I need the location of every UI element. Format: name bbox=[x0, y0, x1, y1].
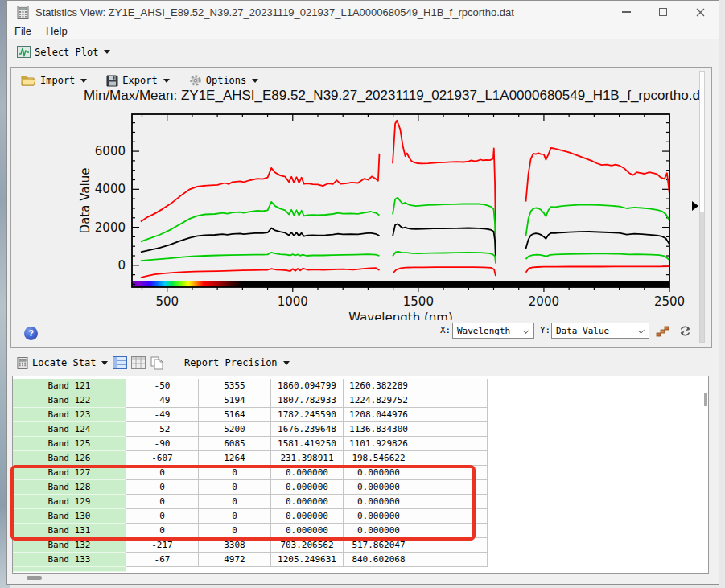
highlight-annotation-zero-bands bbox=[10, 465, 476, 541]
table-blue-icon bbox=[113, 356, 127, 369]
table-row[interactable]: Band 124 -52 5200 1676.239648 1136.83430… bbox=[13, 422, 708, 437]
report-precision-label: Report Precision bbox=[184, 357, 278, 368]
table-toolbar: Locate Stat bbox=[10, 352, 712, 374]
stairs-stretch-icon[interactable] bbox=[656, 323, 670, 338]
table-row[interactable]: Band 121 -50 5355 1860.094799 1260.38228… bbox=[13, 379, 708, 393]
table-row[interactable]: Band 122 -49 5194 1807.782933 1224.82975… bbox=[13, 393, 708, 408]
table-view-all-button[interactable] bbox=[130, 356, 146, 371]
x-tick-label: 2500 bbox=[654, 294, 685, 309]
plot-side-scrollbar[interactable] bbox=[699, 71, 705, 343]
table-row[interactable]: Band 125 -90 6085 1581.419250 1101.92982… bbox=[13, 437, 708, 451]
menu-file[interactable]: File bbox=[7, 23, 39, 39]
copy-button[interactable] bbox=[149, 356, 164, 371]
select-plot-row: Select Plot bbox=[7, 43, 719, 65]
locate-stat-label: Locate Stat bbox=[32, 357, 96, 368]
table-gray-icon bbox=[131, 356, 146, 369]
select-plot-label: Select Plot bbox=[35, 47, 98, 58]
x-tick-label: 1000 bbox=[278, 294, 308, 309]
x-tick-label: 500 bbox=[155, 294, 179, 309]
calculator-icon bbox=[17, 6, 29, 19]
spectral-chart[interactable]: 50010001500200025000200040006000Waveleng… bbox=[11, 68, 713, 320]
menu-help[interactable]: Help bbox=[39, 23, 75, 39]
dropdown-arrow-icon bbox=[283, 361, 290, 365]
maximize-icon bbox=[659, 8, 667, 16]
statistics-view-window: Statistics View: ZY1E_AHSI_E89.52_N39.27… bbox=[6, 0, 719, 585]
table-horizontal-scrollbar[interactable] bbox=[12, 574, 709, 582]
dropdown-arrow-icon bbox=[101, 361, 108, 365]
table-row[interactable]: Band 123 -49 5164 1782.245590 1208.04497… bbox=[13, 408, 708, 422]
table-row-partial bbox=[13, 567, 708, 572]
plot-waveform-icon bbox=[17, 46, 31, 58]
y-axis-combo[interactable]: Data Value bbox=[551, 323, 649, 339]
table-row[interactable]: Band 126 -607 1264 231.398911 198.546622 bbox=[13, 451, 708, 466]
close-icon bbox=[696, 8, 705, 17]
y-axis-combo-label: Y: bbox=[540, 325, 550, 335]
close-button[interactable] bbox=[682, 1, 719, 23]
y-tick-label: 4000 bbox=[95, 182, 126, 196]
y-axis-title: Data Value bbox=[78, 168, 93, 234]
y-tick-label: 2000 bbox=[95, 220, 126, 235]
select-plot-button[interactable]: Select Plot bbox=[17, 46, 110, 58]
help-icon[interactable]: ? bbox=[24, 327, 38, 340]
y-axis-combo-value: Data Value bbox=[556, 326, 609, 336]
horizontal-scroll-thumb[interactable] bbox=[27, 576, 42, 580]
title-bar[interactable]: Statistics View: ZY1E_AHSI_E89.52_N39.27… bbox=[7, 1, 719, 23]
menu-bar: File Help bbox=[7, 23, 719, 39]
locate-stat-button[interactable]: Locate Stat bbox=[17, 357, 108, 369]
table-view-selected-button[interactable] bbox=[112, 356, 127, 371]
dropdown-arrow-icon bbox=[104, 50, 110, 54]
x-tick-label: 2000 bbox=[529, 294, 559, 309]
table-panel: Locate Stat bbox=[10, 352, 712, 583]
minimize-icon bbox=[622, 11, 631, 13]
plot-panel: Import Export Options bbox=[10, 67, 712, 348]
report-precision-button[interactable]: Report Precision bbox=[184, 357, 290, 368]
chevron-down-icon bbox=[523, 327, 529, 334]
refresh-icon[interactable] bbox=[678, 324, 692, 338]
minimize-button[interactable] bbox=[608, 1, 645, 23]
x-axis-combo-label: X: bbox=[440, 325, 451, 335]
copy-pages-icon bbox=[150, 356, 163, 370]
table-vertical-scrollbar[interactable] bbox=[704, 393, 707, 406]
chevron-down-icon bbox=[638, 327, 645, 334]
calculator-icon bbox=[17, 357, 28, 369]
x-axis-combo[interactable]: Wavelength bbox=[452, 323, 534, 339]
plot-bottom-controls: ? X: Wavelength Y: Data Value bbox=[11, 320, 708, 344]
x-axis-title: Wavelength (nm) bbox=[348, 310, 453, 320]
table-row[interactable]: Band 133 -67 4972 1205.249631 840.602068 bbox=[13, 553, 708, 567]
x-tick-label: 1500 bbox=[403, 294, 434, 309]
y-tick-label: 0 bbox=[117, 258, 126, 273]
window-title: Statistics View: ZY1E_AHSI_E89.52_N39.27… bbox=[35, 6, 514, 19]
x-axis-combo-value: Wavelength bbox=[457, 326, 510, 336]
panel-expander-arrow[interactable] bbox=[692, 201, 698, 211]
maximize-button[interactable] bbox=[645, 1, 682, 23]
y-tick-label: 6000 bbox=[95, 144, 126, 158]
